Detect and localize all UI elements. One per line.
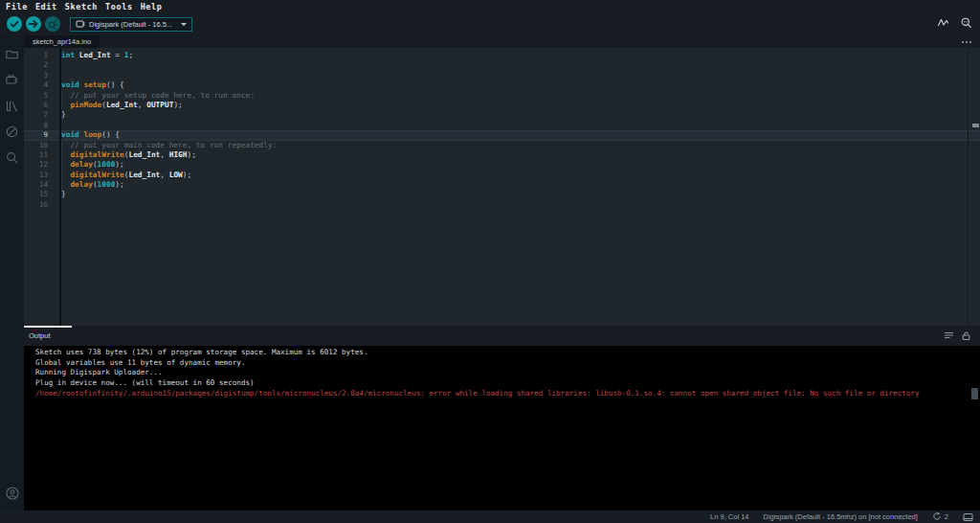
line-number: 15 xyxy=(24,190,48,199)
scrollbar-track[interactable] xyxy=(968,48,969,326)
code-line[interactable]: 12 delay(1000); xyxy=(24,160,980,170)
code-line[interactable]: 4void setup() { xyxy=(24,80,980,90)
line-number: 7 xyxy=(24,110,48,120)
more-actions-icon[interactable] xyxy=(960,35,971,48)
board-connection-status[interactable]: Digispark (Default - 16.5mhz) on [not co… xyxy=(763,512,917,521)
line-number: 12 xyxy=(24,160,48,170)
library-manager-icon xyxy=(5,99,19,113)
output-line: Running Digispark Uploader... xyxy=(35,368,980,378)
sync-indicator[interactable]: 2 xyxy=(932,512,948,523)
check-icon xyxy=(7,16,22,32)
line-number: 1 xyxy=(24,51,48,60)
verify-button[interactable] xyxy=(7,16,22,32)
board-selector-label: Digispark (Default - 16.5... xyxy=(89,20,177,29)
editor-tab-bar: sketch_apr14a.ino xyxy=(24,35,980,48)
line-number: 4 xyxy=(24,80,48,90)
line-number: 5 xyxy=(24,91,48,101)
boards-manager-icon xyxy=(5,73,19,87)
code-line[interactable]: 7} xyxy=(24,110,980,120)
code-editor[interactable]: 1int Led_Int = 1;234void setup() {5 // p… xyxy=(24,48,980,326)
serial-plotter-icon[interactable] xyxy=(937,15,949,33)
sidebar-item-sketchbook[interactable] xyxy=(0,41,24,67)
scroll-lock-icon[interactable] xyxy=(961,328,971,345)
board-icon xyxy=(76,15,85,33)
code-line[interactable]: 1int Led_Int = 1; xyxy=(24,51,980,60)
line-number: 3 xyxy=(24,71,48,80)
notifications-icon[interactable] xyxy=(963,512,973,522)
line-number: 2 xyxy=(24,60,48,70)
arduino-ide-window: FileEditSketchToolsHelp Digispark (Defau… xyxy=(0,0,980,523)
indent-guide xyxy=(61,160,62,170)
line-number: 6 xyxy=(24,101,48,110)
gutter-divider xyxy=(59,48,61,326)
activity-bar xyxy=(0,35,24,511)
board-selector[interactable]: Digispark (Default - 16.5... xyxy=(70,17,192,32)
indent-guide xyxy=(61,101,62,110)
line-number: 16 xyxy=(24,200,48,210)
code-line[interactable]: 14 delay(1000); xyxy=(24,180,980,190)
sketchbook-folder-icon xyxy=(5,47,19,61)
output-line: Global variables use 11 bytes of dynamic… xyxy=(35,358,980,369)
sidebar-item-debug[interactable] xyxy=(0,119,24,145)
sidebar-item-boards-manager[interactable] xyxy=(0,67,24,93)
chevron-down-icon xyxy=(181,23,187,26)
tab-label: sketch_apr14a.ino xyxy=(33,37,91,46)
debug-button[interactable] xyxy=(45,16,60,32)
sync-icon xyxy=(932,512,942,523)
line-number: 9 xyxy=(24,130,48,140)
search-icon xyxy=(5,150,19,165)
tab-sketch[interactable]: sketch_apr14a.ino xyxy=(24,35,100,48)
code-line[interactable]: 9void loop() { xyxy=(24,130,980,140)
line-number: 8 xyxy=(24,121,48,130)
output-line: Sketch uses 738 bytes (12%) of program s… xyxy=(35,348,980,358)
account-icon xyxy=(5,486,20,501)
output-panel-header: Output xyxy=(24,326,980,346)
upload-button[interactable] xyxy=(26,16,41,32)
clear-output-icon[interactable] xyxy=(944,328,954,345)
code-line[interactable]: 8 xyxy=(24,121,980,130)
output-line: Plug in device now... (will timeout in 6… xyxy=(35,378,980,389)
toolbar: Digispark (Default - 16.5... xyxy=(0,12,980,35)
scrollbar-thumb[interactable] xyxy=(972,124,979,127)
serial-monitor-icon[interactable] xyxy=(960,15,972,33)
sidebar-item-search[interactable] xyxy=(0,145,24,171)
line-number: 14 xyxy=(24,180,48,190)
indent-guide xyxy=(61,150,62,160)
code-line[interactable]: 13 digitalWrite(Led_Int, LOW); xyxy=(24,171,980,180)
sidebar-item-library-manager[interactable] xyxy=(0,93,24,119)
line-number: 13 xyxy=(24,171,48,180)
menu-edit[interactable]: Edit xyxy=(32,2,61,11)
code-line[interactable]: 6 pinMode(Led_Int, OUTPUT); xyxy=(24,101,980,110)
indent-guide xyxy=(61,171,62,180)
code-line[interactable]: 16 xyxy=(24,200,980,210)
code-line[interactable]: 2 xyxy=(24,60,980,70)
menu-help[interactable]: Help xyxy=(137,2,167,11)
line-number: 10 xyxy=(24,141,48,150)
code-line[interactable]: 3 xyxy=(24,71,980,80)
status-bar: Ln 9, Col 14 Digispark (Default - 16.5mh… xyxy=(0,511,980,523)
notification-count: 2 xyxy=(945,512,948,521)
menu-sketch[interactable]: Sketch xyxy=(61,2,101,11)
cursor-position[interactable]: Ln 9, Col 14 xyxy=(710,512,748,521)
output-tab-label: Output xyxy=(29,331,51,340)
line-number: 11 xyxy=(24,150,48,160)
menu-file[interactable]: File xyxy=(2,2,32,11)
output-console[interactable]: Sketch uses 738 bytes (12%) of program s… xyxy=(24,346,980,511)
code-line[interactable]: 15} xyxy=(24,190,980,199)
code-line[interactable]: 11 digitalWrite(Led_Int, HIGH); xyxy=(24,150,980,160)
code-line[interactable]: 5 // put your setup code here, to run on… xyxy=(24,91,980,101)
debug-icon xyxy=(45,16,60,32)
menu-bar: FileEditSketchToolsHelp xyxy=(0,0,980,12)
indent-guide xyxy=(61,91,62,101)
arrow-right-icon xyxy=(26,16,41,32)
indent-guide xyxy=(61,141,62,150)
menu-tools[interactable]: Tools xyxy=(101,2,137,11)
output-line: /home/rootofinfinity/.arduino15/packages… xyxy=(35,389,980,399)
sidebar-item-account[interactable] xyxy=(0,480,24,506)
output-scrollbar-thumb[interactable] xyxy=(971,388,978,399)
indent-guide xyxy=(61,180,62,190)
debugger-disabled-icon xyxy=(5,125,19,139)
output-tab[interactable]: Output xyxy=(24,326,64,346)
code-line[interactable]: 10 // put your main code here, to run re… xyxy=(24,141,980,150)
